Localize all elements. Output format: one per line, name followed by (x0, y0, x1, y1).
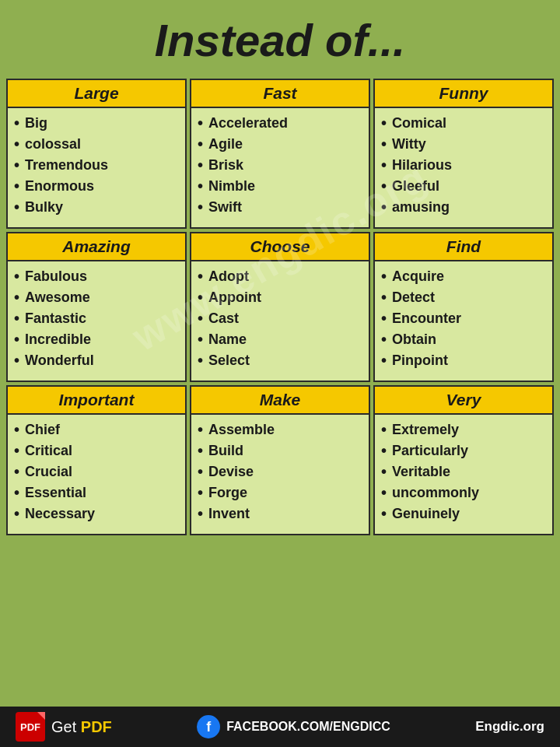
list-item: Bulky (14, 197, 179, 218)
list-item: Nimble (198, 176, 362, 197)
list-item: Pinpoint (381, 350, 546, 371)
list-item: Witty (381, 134, 546, 155)
list-item: Genuinely (381, 503, 546, 524)
pdf-icon: PDF (16, 712, 45, 742)
list-item: Necessary (14, 503, 179, 524)
list-item: Comical (381, 113, 546, 134)
card-header-make: Make (190, 385, 370, 415)
card-header-fast: Fast (190, 79, 370, 108)
list-item: Wonderful (14, 350, 179, 371)
card-fast: FastAcceleratedAgileBriskNimbleSwift (190, 79, 370, 229)
list-item: Forge (198, 482, 362, 503)
card-header-find: Find (373, 232, 554, 261)
list-item: Devise (198, 461, 362, 482)
list-item: Crucial (14, 461, 179, 482)
list-item: Accelerated (198, 113, 362, 134)
list-item: Select (198, 350, 362, 371)
card-choose: ChooseAdoptAppointCastNameSelect (190, 232, 370, 382)
list-item: Encounter (381, 308, 546, 329)
card-body-large: BigcolossalTremendousEnormousBulky (6, 108, 187, 229)
card-important: ImportantChiefCriticalCrucialEssentialNe… (6, 385, 187, 535)
card-very: VeryExtremelyParticularlyVeritableuncomm… (373, 385, 554, 535)
card-body-choose: AdoptAppointCastNameSelect (190, 261, 370, 382)
word-grid: LargeBigcolossalTremendousEnormousBulkyF… (0, 75, 560, 538)
footer-pdf-section: PDF Get PDF (16, 712, 112, 742)
card-header-amazing: Amazing (6, 232, 187, 261)
card-find: FindAcquireDetectEncounterObtainPinpoint (373, 232, 554, 382)
card-large: LargeBigcolossalTremendousEnormousBulky (6, 79, 187, 229)
list-item: Veritable (381, 461, 546, 482)
list-item: colossal (14, 134, 179, 155)
list-item: Cast (198, 308, 362, 329)
list-item: Chief (14, 419, 179, 440)
footer: PDF Get PDF f FACEBOOK.COM/ENGDICC Engdi… (0, 707, 560, 747)
card-header-large: Large (6, 79, 187, 108)
list-item: Brisk (198, 155, 362, 176)
list-item: uncommonly (381, 482, 546, 503)
card-body-find: AcquireDetectEncounterObtainPinpoint (373, 261, 554, 382)
get-pdf-label: Get PDF (51, 718, 112, 736)
card-header-choose: Choose (190, 232, 370, 261)
card-body-funny: ComicalWittyHilariousGleefulamusing (373, 108, 554, 229)
list-item: Fabulous (14, 266, 179, 287)
card-header-important: Important (6, 385, 187, 415)
list-item: Acquire (381, 266, 546, 287)
list-item: Awesome (14, 287, 179, 308)
card-header-funny: Funny (373, 79, 554, 108)
list-item: Tremendous (14, 155, 179, 176)
card-body-make: AssembleBuildDeviseForgeInvent (190, 415, 370, 535)
facebook-icon: f (197, 715, 220, 738)
list-item: Critical (14, 440, 179, 461)
card-amazing: AmazingFabulousAwesomeFantasticIncredibl… (6, 232, 187, 382)
list-item: Big (14, 113, 179, 134)
list-item: Detect (381, 287, 546, 308)
list-item: Appoint (198, 287, 362, 308)
list-item: Agile (198, 134, 362, 155)
footer-website: Engdic.org (475, 719, 544, 735)
list-item: Assemble (198, 419, 362, 440)
list-item: Extremely (381, 419, 546, 440)
list-item: Invent (198, 503, 362, 524)
list-item: Swift (198, 197, 362, 218)
card-make: MakeAssembleBuildDeviseForgeInvent (190, 385, 370, 535)
list-item: Gleeful (381, 176, 546, 197)
list-item: Incredible (14, 329, 179, 350)
list-item: Hilarious (381, 155, 546, 176)
list-item: Particularly (381, 440, 546, 461)
card-body-important: ChiefCriticalCrucialEssentialNecessary (6, 415, 187, 535)
list-item: Obtain (381, 329, 546, 350)
card-header-very: Very (373, 385, 554, 415)
footer-facebook-section: f FACEBOOK.COM/ENGDICC (197, 715, 390, 738)
list-item: Essential (14, 482, 179, 503)
card-funny: FunnyComicalWittyHilariousGleefulamusing (373, 79, 554, 229)
page-title: Instead of... (0, 0, 560, 75)
card-body-amazing: FabulousAwesomeFantasticIncredibleWonder… (6, 261, 187, 382)
card-body-fast: AcceleratedAgileBriskNimbleSwift (190, 108, 370, 229)
card-body-very: ExtremelyParticularlyVeritableuncommonly… (373, 415, 554, 535)
list-item: Enormous (14, 176, 179, 197)
list-item: Build (198, 440, 362, 461)
list-item: Fantastic (14, 308, 179, 329)
list-item: amusing (381, 197, 546, 218)
list-item: Adopt (198, 266, 362, 287)
pdf-bold-label: PDF (81, 718, 112, 735)
facebook-label: FACEBOOK.COM/ENGDICC (226, 720, 390, 734)
list-item: Name (198, 329, 362, 350)
